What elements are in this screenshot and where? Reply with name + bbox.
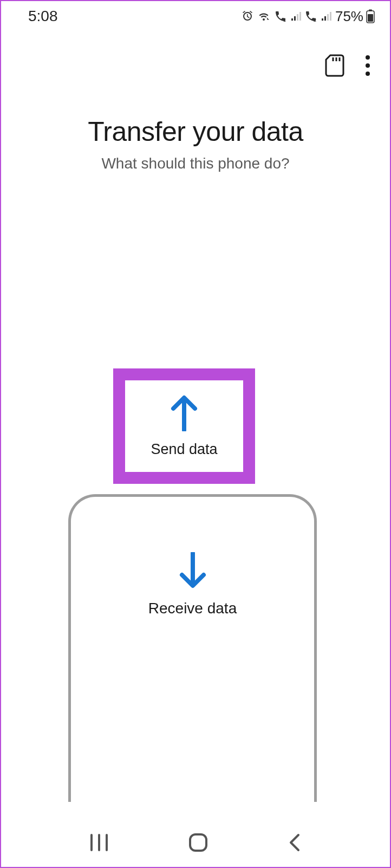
svg-rect-8 (327, 14, 329, 21)
svg-rect-3 (297, 14, 298, 21)
home-icon (187, 832, 209, 853)
svg-rect-11 (369, 10, 372, 11)
home-button[interactable] (187, 832, 209, 853)
arrow-up-icon (169, 394, 199, 431)
send-data-label: Send data (151, 441, 217, 458)
recents-button[interactable] (88, 832, 110, 853)
status-bar: 5:08 1 2 75% (1, 1, 390, 31)
svg-rect-2 (294, 16, 296, 21)
recents-icon (88, 832, 110, 853)
svg-rect-7 (324, 16, 326, 21)
svg-rect-12 (368, 14, 373, 22)
receive-data-button[interactable]: Receive data (68, 494, 317, 802)
svg-point-17 (366, 63, 370, 68)
app-bar (1, 31, 390, 77)
call-sim1-icon: 1 (273, 10, 288, 23)
sd-card-button[interactable] (325, 54, 344, 77)
svg-rect-1 (291, 18, 293, 21)
svg-rect-6 (322, 18, 323, 21)
battery-percent: 75% (335, 8, 363, 25)
receive-data-label: Receive data (148, 600, 237, 617)
sd-card-icon (325, 54, 344, 77)
arrow-down-icon (178, 552, 208, 589)
svg-point-18 (366, 72, 370, 76)
send-data-button[interactable]: Send data (113, 368, 255, 484)
call-sim2-icon: 2 (304, 10, 318, 23)
battery-icon (366, 9, 375, 23)
navigation-bar (1, 818, 390, 867)
svg-rect-9 (330, 12, 331, 21)
back-icon (286, 832, 303, 853)
svg-text:2: 2 (314, 17, 316, 23)
svg-text:1: 1 (283, 17, 286, 23)
page-subtitle: What should this phone do? (1, 155, 390, 172)
signal1-icon (290, 10, 301, 23)
svg-point-16 (366, 55, 370, 60)
page-title: Transfer your data (1, 116, 390, 147)
alarm-icon (241, 10, 254, 23)
header-section: Transfer your data What should this phon… (1, 116, 390, 172)
signal2-icon (321, 10, 331, 23)
more-menu-button[interactable] (365, 55, 370, 76)
svg-rect-4 (299, 12, 301, 21)
wifi-icon (257, 10, 271, 23)
svg-rect-24 (190, 834, 206, 851)
back-button[interactable] (286, 832, 303, 853)
status-icons-group: 1 2 75% (241, 8, 375, 25)
status-time: 5:08 (28, 8, 58, 25)
more-vert-icon (365, 55, 370, 76)
